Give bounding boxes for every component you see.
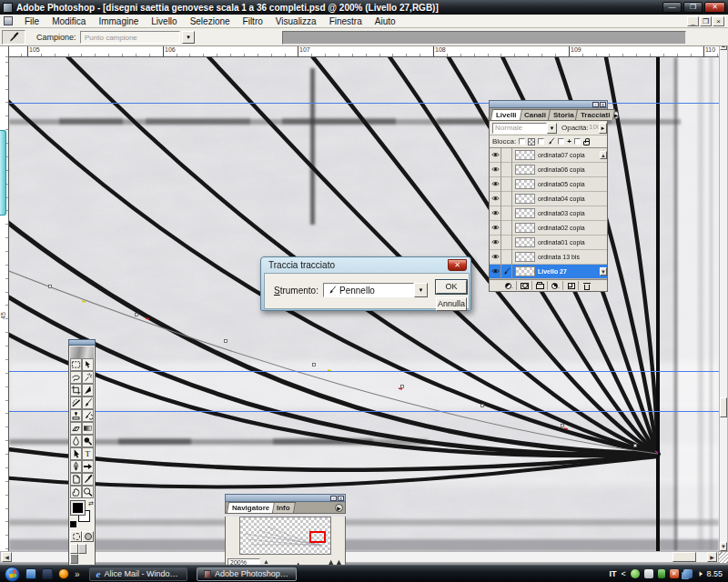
layer-row[interactable]: ordinata06 copia	[490, 163, 607, 177]
layer-style-button[interactable]: .	[503, 281, 517, 290]
palette-minimize-icon[interactable]: -	[330, 496, 337, 501]
scroll-left-arrow[interactable]: ◀	[2, 552, 12, 562]
layer-thumbnail[interactable]	[515, 237, 535, 247]
default-colors-icon[interactable]	[70, 521, 76, 527]
standard-mode-button[interactable]	[70, 531, 82, 542]
visibility-eye-icon[interactable]	[490, 221, 501, 236]
gradient-tool[interactable]	[82, 422, 94, 435]
background-window-edge[interactable]	[0, 130, 6, 216]
palette-close-icon[interactable]: x	[338, 496, 344, 501]
screen-mode-full-menubar-button[interactable]	[78, 544, 86, 554]
scroll-right-arrow[interactable]: ▶	[707, 552, 717, 562]
path-select-tool[interactable]	[70, 447, 82, 460]
blur-tool[interactable]	[70, 435, 82, 447]
link-cell[interactable]	[501, 221, 512, 236]
layer-name[interactable]: ordinata03 copia	[538, 210, 585, 216]
layer-thumbnail[interactable]	[515, 150, 535, 160]
menu-file[interactable]: File	[18, 15, 46, 27]
doc-restore-button[interactable]: ❒	[700, 16, 712, 26]
screen-mode-standard-button[interactable]	[70, 544, 78, 554]
layer-row[interactable]: ordinata03 copia	[490, 206, 607, 221]
toolbox-titlebar[interactable]	[68, 339, 96, 346]
layer-thumbnail[interactable]	[515, 266, 535, 276]
paintbrush-tool[interactable]	[82, 396, 94, 409]
magic-wand-tool[interactable]	[82, 371, 94, 384]
tray-chevron[interactable]: <	[622, 569, 626, 578]
clone-stamp-tool[interactable]	[70, 409, 82, 422]
navigator-thumbnail[interactable]	[239, 517, 331, 555]
layer-thumbnail[interactable]	[515, 165, 535, 175]
eraser-tool[interactable]	[70, 422, 82, 435]
quicklaunch-show-desktop-icon[interactable]	[25, 568, 36, 579]
palette-menu-arrow[interactable]: ▶	[335, 504, 343, 512]
doc-close-button[interactable]: ×	[713, 16, 724, 26]
menu-finestra[interactable]: Finestra	[323, 15, 369, 27]
menu-selezione[interactable]: Selezione	[184, 15, 237, 27]
blend-mode-arrow[interactable]: ▾	[547, 123, 557, 134]
layer-thumbnail[interactable]	[515, 223, 535, 233]
close-button[interactable]: ✕	[704, 2, 725, 13]
visibility-eye-icon[interactable]	[490, 192, 501, 206]
layers-scroll-down[interactable]: ▼	[600, 267, 607, 276]
link-cell[interactable]	[501, 236, 512, 250]
tray-app-icon[interactable]	[644, 569, 653, 578]
link-cell[interactable]	[501, 192, 512, 206]
hand-tool[interactable]	[70, 486, 82, 498]
tab-navigatore[interactable]: Navigatore	[227, 502, 275, 513]
tool-dropdown[interactable]: Pennello	[323, 283, 414, 297]
start-button[interactable]	[5, 567, 20, 582]
vertical-scroll-thumb[interactable]	[720, 397, 727, 417]
layer-name[interactable]: Livello 27	[538, 268, 567, 275]
cancel-button[interactable]: Annulla	[436, 297, 467, 311]
visibility-eye-icon[interactable]	[490, 206, 501, 221]
slice-tool[interactable]	[82, 384, 94, 396]
visibility-eye-icon[interactable]	[490, 250, 501, 265]
minimize-button[interactable]: —	[662, 2, 682, 13]
notes-tool[interactable]	[70, 473, 82, 486]
quicklaunch-switcher-icon[interactable]	[42, 568, 53, 579]
screen-mode-full-button[interactable]	[70, 554, 78, 564]
lock-image-checkbox[interactable]	[538, 138, 544, 145]
visibility-eye-icon[interactable]	[490, 236, 501, 250]
horizontal-scrollbar[interactable]: ◀ ▶	[0, 551, 719, 563]
layer-name[interactable]: ordinata07 copia	[538, 152, 585, 158]
lasso-tool[interactable]	[70, 371, 82, 384]
eyedropper-tool[interactable]	[82, 473, 94, 486]
quickmask-mode-button[interactable]	[82, 531, 94, 542]
layers-palette-titlebar[interactable]: - x	[489, 100, 608, 108]
link-cell[interactable]	[501, 250, 512, 265]
active-tool-button[interactable]	[2, 30, 25, 45]
marquee-tool[interactable]	[70, 358, 82, 371]
blend-mode-dropdown[interactable]: Normale	[492, 123, 547, 134]
network-icon[interactable]	[683, 569, 693, 578]
layer-name[interactable]: ordinata04 copia	[538, 196, 585, 202]
task-alice-mail[interactable]: e Alice Mail - Window...	[89, 567, 187, 581]
history-brush-tool[interactable]	[82, 409, 94, 422]
navigator-view-box[interactable]	[309, 531, 326, 543]
opacity-arrow[interactable]: ▸	[599, 123, 607, 134]
link-cell[interactable]	[501, 148, 512, 163]
vertical-scrollbar[interactable]: ▲ ▼	[719, 40, 728, 551]
palette-close-icon[interactable]: x	[600, 102, 606, 107]
new-layer-button[interactable]	[565, 281, 579, 290]
layer-name[interactable]: ordinata02 copia	[538, 225, 585, 231]
tool-dropdown-arrow[interactable]: ▾	[414, 283, 428, 297]
tab-tracciati[interactable]: Tracciati	[575, 109, 616, 120]
tab-info[interactable]: Info	[271, 502, 296, 513]
layer-mask-button[interactable]	[519, 281, 532, 290]
tab-livelli[interactable]: Livelli	[490, 109, 522, 120]
menu-livello[interactable]: Livello	[145, 15, 183, 27]
layer-row[interactable]: ordinata02 copia	[490, 221, 607, 236]
menu-immagine[interactable]: Immagine	[92, 15, 145, 27]
layer-row[interactable]: ordinata07 copia	[490, 148, 607, 163]
tray-shield-icon[interactable]	[658, 569, 665, 578]
scroll-down-arrow[interactable]: ▼	[720, 542, 727, 551]
menu-aiuto[interactable]: Aiuto	[369, 15, 402, 27]
volume-icon[interactable]: 🕨	[697, 569, 703, 579]
dialog-close-button[interactable]: ✕	[448, 259, 467, 271]
shape-tool[interactable]	[82, 460, 94, 473]
layer-thumbnail[interactable]	[515, 252, 535, 262]
tab-canali[interactable]: Canali	[519, 109, 551, 120]
doc-minimize-button[interactable]: _	[687, 16, 699, 26]
crop-tool[interactable]	[70, 384, 82, 396]
